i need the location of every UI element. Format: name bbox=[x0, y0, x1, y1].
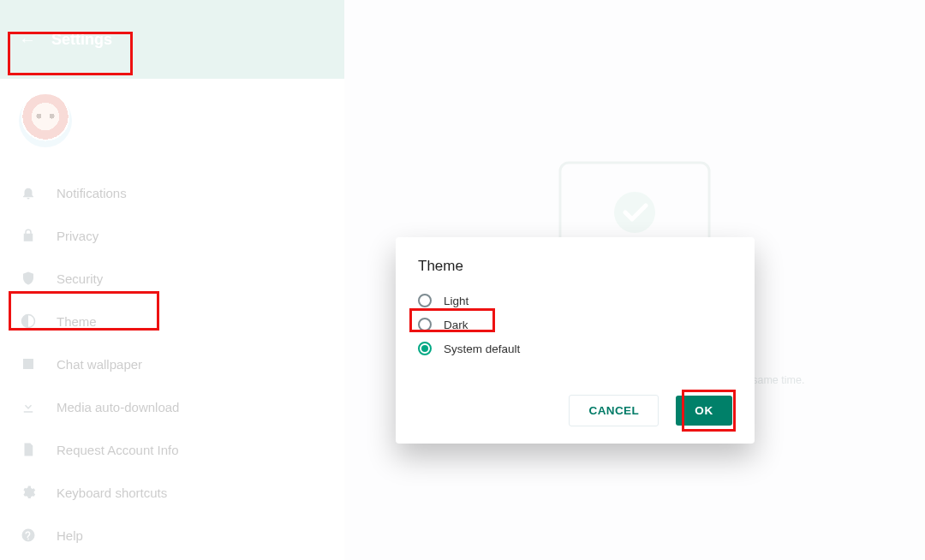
radio-icon bbox=[418, 294, 432, 307]
radio-icon bbox=[418, 318, 432, 331]
option-label: System default bbox=[444, 343, 520, 355]
theme-option-light[interactable]: Light bbox=[418, 289, 732, 313]
ok-button[interactable]: OK bbox=[676, 396, 732, 426]
cancel-button[interactable]: CANCEL bbox=[569, 395, 659, 426]
option-label: Dark bbox=[444, 319, 468, 331]
radio-icon bbox=[418, 342, 432, 355]
modal-title: Theme bbox=[418, 258, 732, 275]
theme-option-dark[interactable]: Dark bbox=[418, 313, 732, 337]
option-label: Light bbox=[444, 295, 468, 307]
theme-modal: Theme Light Dark System default CANCEL O… bbox=[396, 237, 755, 444]
theme-option-system-default[interactable]: System default bbox=[418, 337, 732, 360]
